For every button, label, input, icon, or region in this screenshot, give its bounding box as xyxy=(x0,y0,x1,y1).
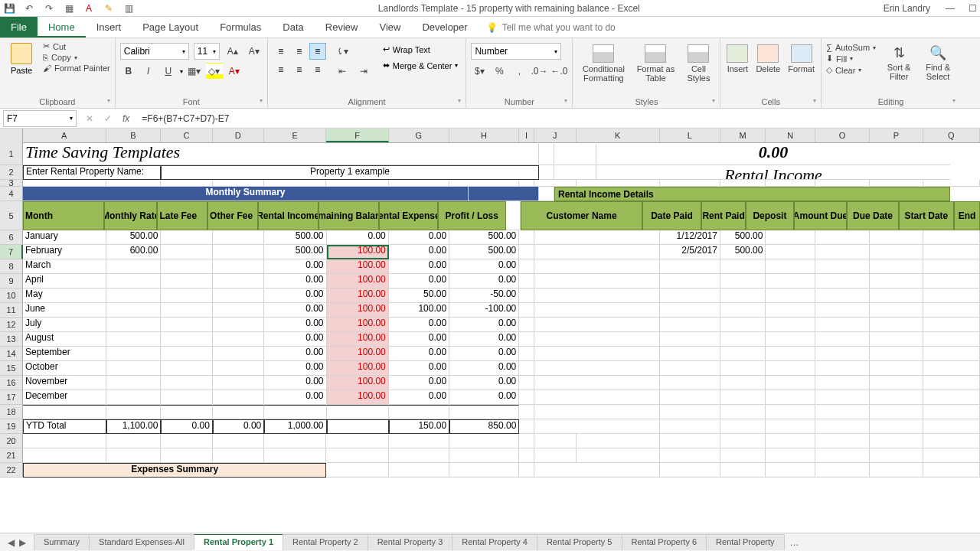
cut-button[interactable]: ✂Cut xyxy=(43,41,110,51)
cell[interactable] xyxy=(815,180,870,187)
cell[interactable] xyxy=(815,303,870,318)
cell[interactable]: October xyxy=(23,361,106,376)
cell[interactable]: 100.00 xyxy=(327,361,389,376)
cell[interactable] xyxy=(519,376,534,390)
cell[interactable] xyxy=(766,230,815,245)
increase-indent-icon[interactable]: ⇥ xyxy=(355,63,372,80)
cell[interactable] xyxy=(106,361,161,376)
cell[interactable] xyxy=(23,448,106,463)
cell[interactable] xyxy=(870,274,923,289)
cell[interactable] xyxy=(449,434,519,448)
cell[interactable] xyxy=(519,180,534,187)
cell[interactable] xyxy=(815,245,870,259)
col-header[interactable]: D xyxy=(213,129,264,142)
cell[interactable] xyxy=(389,448,449,463)
sheet-tab[interactable]: Rental Property 2 xyxy=(283,534,368,550)
comma-icon[interactable]: , xyxy=(511,63,528,80)
row-header[interactable]: 5 xyxy=(0,201,23,230)
cell[interactable] xyxy=(766,303,815,318)
formula-input[interactable]: =F6+(B7+C7+D7)-E7 xyxy=(137,113,980,124)
tab-insert[interactable]: Insert xyxy=(86,17,132,37)
cell[interactable] xyxy=(213,376,264,390)
undo-icon[interactable]: ↶ xyxy=(23,2,35,15)
select-all-corner[interactable] xyxy=(0,129,23,142)
col-header[interactable]: M xyxy=(720,129,766,142)
conditional-formatting-button[interactable]: Conditional Formatting xyxy=(577,43,629,84)
cell[interactable] xyxy=(106,390,161,405)
cell[interactable] xyxy=(519,419,534,434)
cell[interactable] xyxy=(106,180,161,187)
cell[interactable] xyxy=(720,347,766,361)
cell[interactable] xyxy=(766,419,815,434)
cell[interactable]: 100.00 xyxy=(327,376,389,390)
cell[interactable] xyxy=(519,318,534,332)
cell[interactable] xyxy=(720,405,766,419)
cell[interactable] xyxy=(815,376,870,390)
cell[interactable]: 0.00 xyxy=(389,390,449,405)
cell[interactable]: 100.00 xyxy=(327,259,389,274)
cell[interactable] xyxy=(213,259,264,274)
cell[interactable]: 0.00 xyxy=(264,318,326,332)
insert-button[interactable]: Insert xyxy=(725,43,750,75)
cell[interactable] xyxy=(766,347,815,361)
cell[interactable] xyxy=(720,289,766,303)
sheet-tab[interactable]: Rental Property 6 xyxy=(622,534,707,550)
qat-icon[interactable]: ▥ xyxy=(122,2,135,15)
qat-icon[interactable]: ▦ xyxy=(63,2,75,15)
cell[interactable]: 0.00 xyxy=(161,419,212,434)
currency-icon[interactable]: $▾ xyxy=(471,63,488,80)
row-header[interactable]: 11 xyxy=(0,303,23,318)
sheet-tab[interactable]: Rental Property 1 xyxy=(194,534,283,550)
col-expenses[interactable]: Rental Expenses xyxy=(379,201,438,230)
cell[interactable]: September xyxy=(23,347,106,361)
cell[interactable] xyxy=(327,419,389,434)
col-end[interactable]: End xyxy=(954,201,980,230)
cell[interactable] xyxy=(923,405,980,419)
tab-page-layout[interactable]: Page Layout xyxy=(132,17,209,37)
cell[interactable] xyxy=(815,274,870,289)
cell[interactable] xyxy=(815,318,870,332)
cell[interactable] xyxy=(213,180,264,187)
cell[interactable]: 600.00 xyxy=(106,245,161,259)
cell[interactable]: 0.00 xyxy=(389,274,449,289)
cell[interactable] xyxy=(161,448,212,463)
cell[interactable] xyxy=(161,376,212,390)
row-header[interactable]: 19 xyxy=(0,419,23,434)
tab-file[interactable]: File xyxy=(0,17,38,37)
tab-formulas[interactable]: Formulas xyxy=(209,17,272,37)
cell[interactable] xyxy=(815,259,870,274)
cell[interactable]: 0.00 xyxy=(449,390,519,405)
cell[interactable] xyxy=(23,180,106,187)
autosum-button[interactable]: ∑AutoSum▾ xyxy=(826,43,876,52)
cell[interactable] xyxy=(213,274,264,289)
cell[interactable]: 0.00 xyxy=(389,376,449,390)
cell[interactable] xyxy=(264,405,326,419)
col-due-date[interactable]: Due Date xyxy=(847,201,899,230)
col-deposit[interactable]: Deposit xyxy=(746,201,794,230)
cell[interactable] xyxy=(23,405,106,419)
cell[interactable] xyxy=(449,463,519,478)
format-painter-button[interactable]: 🖌Format Painter xyxy=(43,64,110,73)
cell[interactable]: 0.00 xyxy=(389,332,449,347)
cell[interactable]: 100.00 xyxy=(327,274,389,289)
cell[interactable] xyxy=(923,259,980,274)
tell-me[interactable]: 💡Tell me what you want to do xyxy=(486,17,616,37)
tab-home[interactable]: Home xyxy=(38,17,86,37)
section-header[interactable]: Expenses Summary xyxy=(23,463,326,478)
minimize-icon[interactable]: — xyxy=(946,3,955,14)
cell[interactable] xyxy=(213,347,264,361)
col-late[interactable]: Late Fee xyxy=(157,201,207,230)
cell[interactable]: 0.00 xyxy=(389,230,449,245)
cell[interactable] xyxy=(534,332,659,347)
cell[interactable] xyxy=(519,230,534,245)
row-header[interactable]: 4 xyxy=(0,187,23,201)
cell[interactable] xyxy=(720,448,766,463)
cell[interactable] xyxy=(161,180,212,187)
cell[interactable] xyxy=(870,405,923,419)
cell[interactable] xyxy=(815,289,870,303)
paste-button[interactable]: Paste xyxy=(5,40,38,75)
cell[interactable] xyxy=(720,361,766,376)
redo-icon[interactable]: ↷ xyxy=(43,2,55,15)
cell[interactable] xyxy=(923,318,980,332)
cell[interactable] xyxy=(327,405,389,419)
